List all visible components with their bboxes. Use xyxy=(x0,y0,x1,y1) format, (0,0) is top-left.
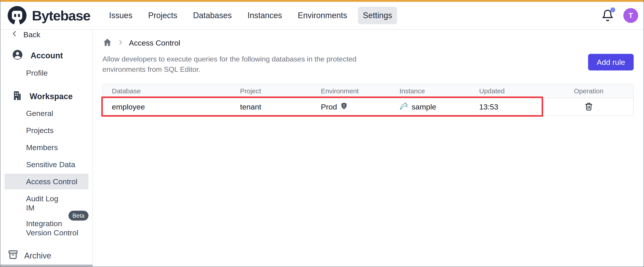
sidebar-item-profile[interactable]: Profile xyxy=(4,65,88,81)
back-button[interactable]: Back xyxy=(0,30,92,40)
top-navbar: Bytebase Issues Projects Databases Insta… xyxy=(0,2,644,30)
cell-database: employee xyxy=(103,103,234,111)
beta-badge: Beta xyxy=(68,211,89,221)
section-workspace: Workspace xyxy=(0,90,92,103)
section-label-account: Account xyxy=(30,51,63,60)
mysql-dolphin-icon xyxy=(400,101,408,112)
brand-logo[interactable]: Bytebase xyxy=(7,5,90,25)
column-header-environment: Environment xyxy=(315,87,394,95)
sidebar-item-label: Members xyxy=(26,140,58,155)
archive-icon xyxy=(8,249,18,262)
column-header-operation: Operation xyxy=(544,87,633,95)
nav-tab-issues[interactable]: Issues xyxy=(104,7,138,24)
instance-label: sample xyxy=(412,103,436,111)
nav-tab-environments[interactable]: Environments xyxy=(293,7,352,24)
add-rule-button[interactable]: Add rule xyxy=(588,54,634,70)
user-icon xyxy=(12,49,23,63)
home-icon[interactable] xyxy=(102,37,112,48)
building-icon xyxy=(12,90,22,103)
trash-icon xyxy=(584,102,593,112)
back-label: Back xyxy=(23,30,40,39)
sidebar-item-version-control[interactable]: Version Control xyxy=(4,225,88,241)
sidebar-item-label: Sensitive Data xyxy=(26,157,75,172)
primary-nav: Issues Projects Databases Instances Envi… xyxy=(104,7,397,24)
section-account: Account xyxy=(0,49,92,62)
bell-icon xyxy=(601,19,614,22)
description-row: Allow developers to execute queries for … xyxy=(102,54,634,74)
sidebar-item-label: Projects xyxy=(26,122,54,138)
main-content: Access Control Allow developers to execu… xyxy=(93,30,644,267)
column-header-project: Project xyxy=(234,87,315,95)
sidebar-item-label: General xyxy=(26,105,53,121)
cell-project: tenant xyxy=(234,103,315,111)
breadcrumb-current: Access Control xyxy=(129,39,180,47)
nav-tab-settings[interactable]: Settings xyxy=(358,7,397,24)
environment-label: Prod xyxy=(321,103,337,111)
archive-label: Archive xyxy=(24,251,51,261)
sidebar-item-im-integration[interactable]: IM Integration Beta xyxy=(4,208,88,224)
table-row: employee tenant Prod xyxy=(103,98,633,115)
cell-operation xyxy=(544,101,633,113)
sidebar-item-general[interactable]: General xyxy=(4,105,88,121)
bytebase-logo-icon xyxy=(7,5,27,25)
page-description: Allow developers to execute queries for … xyxy=(102,54,374,74)
delete-rule-button[interactable] xyxy=(583,101,594,113)
chevron-right-icon xyxy=(117,39,124,47)
app-body: Back Account Profile xyxy=(0,30,644,267)
brand-name: Bytebase xyxy=(32,8,90,23)
chevron-left-icon xyxy=(11,30,18,39)
sidebar-scrollbar[interactable] xyxy=(0,265,92,267)
sidebar: Back Account Profile xyxy=(0,30,93,267)
column-header-instance: Instance xyxy=(394,87,473,95)
user-avatar[interactable]: T xyxy=(623,8,638,23)
column-header-database: Database xyxy=(103,87,234,95)
cell-environment: Prod xyxy=(315,102,394,111)
nav-tab-databases[interactable]: Databases xyxy=(188,7,237,24)
cell-instance: sample xyxy=(394,101,473,112)
sidebar-item-access-control[interactable]: Access Control xyxy=(4,174,88,189)
shield-exclamation-icon xyxy=(340,102,348,111)
column-header-updated: Updated xyxy=(473,87,544,95)
nav-tab-instances[interactable]: Instances xyxy=(242,7,287,24)
nav-tab-projects[interactable]: Projects xyxy=(143,7,182,24)
cell-updated: 13:53 xyxy=(473,103,544,111)
section-label-workspace: Workspace xyxy=(30,92,72,101)
breadcrumb: Access Control xyxy=(102,38,634,48)
sidebar-item-projects[interactable]: Projects xyxy=(4,122,88,138)
app-window: Bytebase Issues Projects Databases Insta… xyxy=(0,0,644,267)
notification-dot xyxy=(610,7,615,12)
sidebar-item-sensitive-data[interactable]: Sensitive Data xyxy=(4,157,88,172)
sidebar-item-label: Access Control xyxy=(26,174,78,189)
sidebar-item-label: Version Control xyxy=(26,225,78,241)
top-accent-bar xyxy=(0,0,644,2)
sidebar-item-members[interactable]: Members xyxy=(4,140,88,155)
rules-table: Database Project Environment Instance Up… xyxy=(102,84,634,116)
sidebar-item-archive[interactable]: Archive xyxy=(8,249,51,262)
sidebar-item-label: Profile xyxy=(26,65,48,81)
notification-bell-button[interactable] xyxy=(601,9,614,22)
table-header: Database Project Environment Instance Up… xyxy=(103,84,633,98)
navbar-right: T xyxy=(601,8,638,23)
